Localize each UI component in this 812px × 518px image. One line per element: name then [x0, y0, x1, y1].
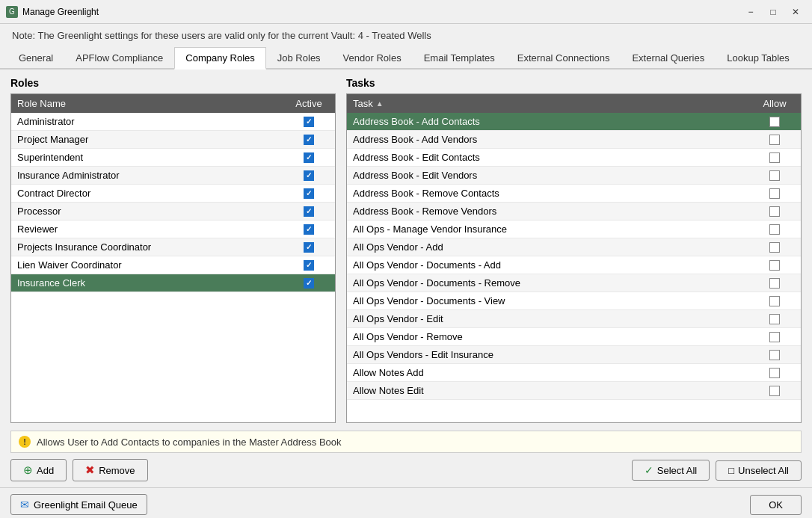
task-row[interactable]: All Ops Vendors - Edit Insurance	[347, 346, 801, 364]
checkbox-unchecked[interactable]	[769, 188, 780, 199]
table-row[interactable]: Insurance Clerk	[11, 274, 335, 292]
allow-cell[interactable]	[748, 347, 801, 363]
task-row[interactable]: All Ops Vendor - Add	[347, 238, 801, 256]
tasks-title: Tasks	[346, 77, 802, 89]
allow-cell[interactable]	[748, 293, 801, 309]
tab-external-queries[interactable]: External Queries	[621, 47, 716, 70]
active-cell[interactable]	[283, 132, 335, 148]
tab-lookup-tables[interactable]: Lookup Tables	[716, 47, 801, 70]
table-row[interactable]: Reviewer	[11, 221, 335, 238]
task-row[interactable]: All Ops - Manage Vendor Insurance	[347, 221, 801, 238]
checkbox-unchecked[interactable]	[769, 278, 780, 289]
checkbox-unchecked[interactable]	[769, 242, 780, 253]
table-row[interactable]: Insurance Administrator	[11, 167, 335, 185]
tab-email-templates[interactable]: Email Templates	[413, 47, 506, 70]
unselect-all-button[interactable]: □ Unselect All	[716, 460, 802, 481]
allow-cell[interactable]	[748, 311, 801, 327]
checkbox-checked[interactable]	[304, 206, 314, 217]
checkbox-checked[interactable]	[304, 135, 314, 145]
task-name-cell: All Ops Vendor - Documents - Add	[347, 256, 748, 274]
allow-cell[interactable]	[748, 329, 801, 345]
task-row[interactable]: Address Book - Remove Contacts	[347, 185, 801, 203]
allow-cell[interactable]	[748, 149, 801, 166]
checkbox-unchecked[interactable]	[769, 350, 780, 360]
ok-button[interactable]: OK	[750, 495, 802, 515]
select-all-button[interactable]: ✓ Select All	[632, 460, 710, 481]
allow-cell[interactable]	[748, 383, 801, 399]
checkbox-checked[interactable]	[304, 278, 314, 289]
checkbox-checked[interactable]	[304, 224, 314, 235]
checkbox-unchecked[interactable]	[769, 260, 780, 271]
active-cell[interactable]	[283, 221, 335, 238]
checkbox-unchecked[interactable]	[769, 386, 780, 396]
task-row[interactable]: All Ops Vendor - Remove	[347, 328, 801, 346]
tab-external-connections[interactable]: External Connections	[506, 47, 621, 70]
active-cell[interactable]	[283, 114, 335, 130]
table-row[interactable]: Superintendent	[11, 149, 335, 167]
task-row[interactable]: All Ops Vendor - Documents - View	[347, 292, 801, 310]
task-row[interactable]: Address Book - Edit Contacts	[347, 149, 801, 167]
task-row[interactable]: Address Book - Add Contacts	[347, 113, 801, 131]
tab-apflow-compliance[interactable]: APFlow Compliance	[64, 47, 174, 70]
checkbox-unchecked[interactable]	[769, 224, 780, 235]
checkbox-checked[interactable]	[304, 117, 314, 127]
active-cell[interactable]	[283, 257, 335, 274]
tab-job-roles[interactable]: Job Roles	[266, 47, 332, 70]
task-row[interactable]: Address Book - Remove Vendors	[347, 203, 801, 221]
tab-vendor-roles[interactable]: Vendor Roles	[332, 47, 413, 70]
active-cell[interactable]	[283, 185, 335, 202]
hint-box: ! Allows User to Add Contacts to compani…	[10, 431, 802, 453]
active-cell[interactable]	[283, 239, 335, 256]
checkbox-checked[interactable]	[304, 260, 314, 271]
table-row[interactable]: Lien Waiver Coordinator	[11, 256, 335, 274]
table-row[interactable]: Contract Director	[11, 185, 335, 203]
task-row[interactable]: Allow Notes Edit	[347, 382, 801, 400]
allow-cell[interactable]	[748, 275, 801, 292]
allow-cell[interactable]	[748, 365, 801, 381]
task-row[interactable]: Address Book - Edit Vendors	[347, 167, 801, 185]
tab-general[interactable]: General	[7, 47, 64, 70]
allow-cell[interactable]	[748, 221, 801, 238]
checkbox-checked[interactable]	[304, 242, 314, 253]
table-row[interactable]: Processor	[11, 203, 335, 221]
allow-cell[interactable]	[748, 132, 801, 148]
active-cell[interactable]	[283, 167, 335, 184]
checkbox-unchecked[interactable]	[769, 206, 780, 217]
allow-cell[interactable]	[748, 203, 801, 220]
allow-cell[interactable]	[748, 114, 801, 130]
tab-company-roles[interactable]: Company Roles	[174, 47, 266, 70]
email-queue-button[interactable]: ✉ Greenlight Email Queue	[10, 494, 147, 515]
checkbox-unchecked[interactable]	[769, 314, 780, 324]
active-cell[interactable]	[283, 203, 335, 220]
checkbox-checked[interactable]	[304, 152, 314, 163]
allow-cell[interactable]	[748, 167, 801, 184]
checkbox-unchecked[interactable]	[769, 135, 780, 145]
table-row[interactable]: Project Manager	[11, 131, 335, 149]
task-row[interactable]: All Ops Vendor - Documents - Add	[347, 256, 801, 274]
checkbox-unchecked[interactable]	[769, 296, 780, 306]
checkbox-unchecked[interactable]	[769, 368, 780, 378]
remove-button[interactable]: ✖ Remove	[73, 459, 147, 481]
checkbox-unchecked[interactable]	[769, 170, 780, 181]
table-row[interactable]: Projects Insurance Coordinator	[11, 238, 335, 256]
task-row[interactable]: Allow Notes Add	[347, 364, 801, 382]
table-row[interactable]: Administrator	[11, 113, 335, 131]
close-button[interactable]: ✕	[785, 4, 806, 19]
checkbox-unchecked[interactable]	[769, 152, 780, 163]
add-button[interactable]: ⊕ Add	[10, 459, 67, 481]
task-name-cell: Address Book - Remove Contacts	[347, 185, 748, 202]
checkbox-unchecked[interactable]	[769, 117, 780, 127]
allow-cell[interactable]	[748, 185, 801, 202]
allow-cell[interactable]	[748, 257, 801, 274]
task-row[interactable]: All Ops Vendor - Documents - Remove	[347, 274, 801, 292]
allow-cell[interactable]	[748, 239, 801, 256]
task-row[interactable]: All Ops Vendor - Edit	[347, 310, 801, 328]
checkbox-checked[interactable]	[304, 188, 314, 199]
checkbox-unchecked[interactable]	[769, 332, 780, 342]
checkbox-checked[interactable]	[304, 170, 314, 181]
maximize-button[interactable]: □	[763, 4, 784, 19]
task-row[interactable]: Address Book - Add Vendors	[347, 131, 801, 149]
active-cell[interactable]	[283, 149, 335, 166]
active-cell[interactable]	[283, 275, 335, 292]
minimize-button[interactable]: −	[740, 4, 761, 19]
